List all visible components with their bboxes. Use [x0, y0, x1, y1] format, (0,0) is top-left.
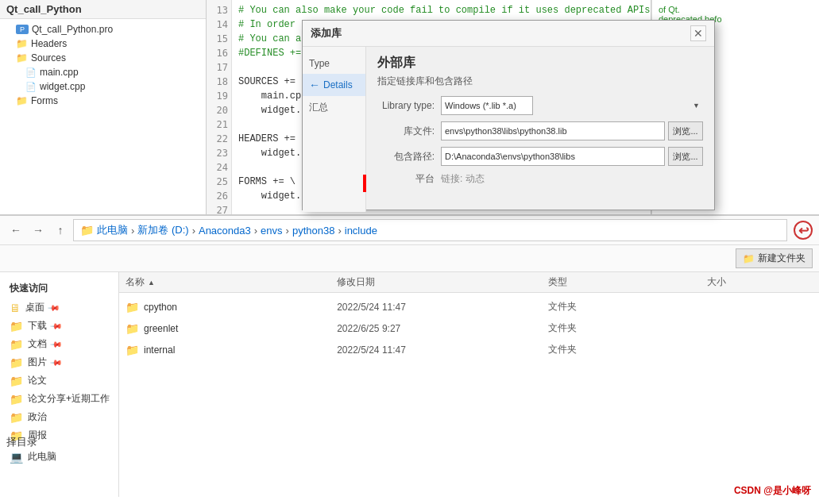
browse-library-button[interactable]: 浏览... [668, 121, 703, 140]
table-row[interactable]: 📁 cpython 2022/5/24 11:47 文件夹 [119, 296, 819, 317]
dialog-main: 外部库 指定链接库和包含路径 Library type: Windows (*.… [366, 47, 714, 212]
fb-toolbar: ← → ↑ 📁 此电脑 › 新加卷 (D:) › Anaconda3 › env… [0, 216, 819, 245]
dialog-sidebar-type-label: Type [309, 58, 330, 69]
row-type-cpython: 文件夹 [548, 300, 707, 314]
sidebar-item-paper[interactable]: 📁 论文 [0, 371, 118, 390]
row-date-cpython: 2022/5/24 11:47 [337, 302, 548, 313]
platform-value: 链接: 动态 [441, 172, 703, 186]
up-button[interactable]: ↑ [51, 221, 70, 240]
library-file-input[interactable] [441, 121, 665, 140]
dialog-close-button[interactable]: ✕ [690, 25, 706, 41]
col-header-type[interactable]: 类型 [548, 275, 707, 289]
folder-plus-icon: 📁 [743, 253, 755, 264]
paper-recent-folder-icon: 📁 [10, 393, 23, 406]
dialog-sidebar: Type ← Details 汇总 [303, 47, 366, 212]
include-path-value: 浏览... [441, 147, 703, 166]
library-file-row: 库文件: 浏览... [377, 121, 703, 140]
red-circle-indicator: ↩ [794, 221, 813, 240]
paper-folder-icon: 📁 [10, 375, 23, 387]
row-type-internal: 文件夹 [548, 343, 707, 356]
tree-item-main-cpp[interactable]: 📄 main.cpp [0, 65, 206, 79]
include-path-input[interactable] [441, 147, 665, 166]
tree-item-widget-cpp[interactable]: 📄 widget.cpp [0, 79, 206, 94]
dialog-sidebar-item-summary[interactable]: 汇总 [303, 96, 365, 119]
dialog-sidebar-details-label: Details [323, 79, 353, 90]
sidebar-item-documents[interactable]: 📁 文档 📌 [0, 335, 118, 353]
sort-arrow-name: ▲ [148, 279, 155, 287]
tree-item-headers[interactable]: 📁 Headers [0, 37, 206, 51]
dialog-title: 添加库 [311, 26, 342, 40]
ide-tree: P Qt_call_Python.pro 📁 Headers 📁 Sources… [0, 19, 206, 111]
new-folder-button[interactable]: 📁 新建文件夹 [736, 248, 813, 268]
sidebar-item-downloads[interactable]: 📁 下载 📌 [0, 317, 118, 335]
dialog-subtext: 指定链接库和包含路径 [377, 75, 703, 88]
include-path-row: 包含路径: 浏览... [377, 147, 703, 166]
pin-icon-documents: 📌 [50, 337, 63, 350]
library-file-value: 浏览... [441, 121, 703, 140]
col-header-name[interactable]: 名称 ▲ [126, 275, 337, 289]
sidebar-item-desktop[interactable]: 🖥 桌面 📌 [0, 298, 118, 317]
red-indicator [363, 175, 366, 192]
dialog-sidebar-item-type[interactable]: Type [303, 53, 365, 74]
ide-title: Qt_call_Python [0, 0, 206, 19]
platform-row: 平台 链接: 动态 [377, 172, 703, 186]
col-header-date[interactable]: 修改日期 [337, 275, 548, 289]
sidebar-item-paper-recent[interactable]: 📁 论文分享+近期工作 [0, 390, 118, 408]
pro-icon: P [16, 25, 29, 34]
platform-label: 平台 [377, 172, 441, 186]
breadcrumb-sep-5: › [338, 225, 341, 237]
table-row[interactable]: 📁 internal 2022/5/24 11:47 文件夹 [119, 339, 819, 360]
folder-icon-forms: 📁 [16, 95, 28, 106]
downloads-folder-icon: 📁 [10, 320, 23, 333]
breadcrumb-sep-1: › [131, 225, 134, 237]
fb-action-bar: 📁 新建文件夹 [0, 245, 819, 272]
tree-item-forms[interactable]: 📁 Forms [0, 94, 206, 108]
back-arrow-icon: ← [309, 79, 320, 91]
include-path-label: 包含路径: [377, 150, 441, 164]
tree-item-sources[interactable]: 📁 Sources [0, 51, 206, 65]
library-type-value: Windows (*.lib *.a) [441, 96, 703, 115]
dialog-sidebar-item-details[interactable]: ← Details [303, 74, 365, 96]
library-type-select-wrapper: Windows (*.lib *.a) [441, 96, 703, 115]
folder-icon-greenlet: 📁 [126, 322, 139, 335]
back-button[interactable]: ← [6, 221, 25, 240]
row-date-greenlet: 2022/6/25 9:27 [337, 323, 548, 334]
breadcrumb: 📁 此电脑 › 新加卷 (D:) › Anaconda3 › envs › py… [73, 219, 787, 241]
pin-icon-downloads: 📌 [50, 319, 63, 332]
desktop-folder-icon: 🖥 [10, 302, 21, 314]
forward-button[interactable]: → [29, 221, 48, 240]
browse-include-button[interactable]: 浏览... [668, 147, 703, 166]
dialog-sidebar-summary-label: 汇总 [309, 101, 328, 114]
library-file-label: 库文件: [377, 125, 441, 138]
table-row[interactable]: 📁 greenlet 2022/6/25 9:27 文件夹 [119, 317, 819, 339]
table-header: 名称 ▲ 修改日期 类型 大小 [119, 272, 819, 293]
folder-icon-internal: 📁 [126, 344, 139, 356]
breadcrumb-item-anaconda[interactable]: Anaconda3 [199, 225, 251, 237]
quick-access-heading: 快速访问 [0, 279, 118, 298]
col-header-size[interactable]: 大小 [707, 275, 813, 289]
fb-left-panel: 快速访问 🖥 桌面 📌 📁 下载 📌 📁 文档 📌 📁 [0, 272, 119, 497]
politics-folder-icon: 📁 [10, 411, 23, 424]
pictures-folder-icon: 📁 [10, 356, 23, 369]
folder-icon: 📁 [16, 38, 28, 49]
fb-right-panel: 名称 ▲ 修改日期 类型 大小 📁 cpython [119, 272, 819, 497]
breadcrumb-item-envs[interactable]: envs [261, 225, 282, 237]
fb-main: 快速访问 🖥 桌面 📌 📁 下载 📌 📁 文档 📌 📁 [0, 272, 819, 497]
breadcrumb-item-pc[interactable]: 此电脑 [97, 223, 128, 237]
pin-icon-desktop: 📌 [48, 301, 60, 314]
library-type-select[interactable]: Windows (*.lib *.a) [441, 96, 533, 115]
file-icon-main: 📄 [25, 67, 37, 78]
dialog-heading: 外部库 [377, 55, 703, 71]
breadcrumb-item-python38[interactable]: python38 [292, 225, 335, 237]
library-type-row: Library type: Windows (*.lib *.a) [377, 96, 703, 115]
breadcrumb-item-d[interactable]: 新加卷 (D:) [137, 223, 188, 237]
file-browser: 择目录 ← → ↑ 📁 此电脑 › 新加卷 (D:) › Anaconda3 ›… [0, 214, 819, 504]
breadcrumb-sep-4: › [286, 225, 289, 237]
dialog-title-bar: 添加库 ✕ [303, 21, 714, 47]
sidebar-item-pictures[interactable]: 📁 图片 📌 [0, 353, 118, 371]
breadcrumb-item-include[interactable]: include [345, 225, 377, 237]
sidebar-item-politics[interactable]: 📁 政治 [0, 408, 118, 426]
row-name-internal: 📁 internal [126, 344, 337, 356]
tree-item-pro[interactable]: P Qt_call_Python.pro [0, 22, 206, 37]
documents-folder-icon: 📁 [10, 338, 23, 351]
